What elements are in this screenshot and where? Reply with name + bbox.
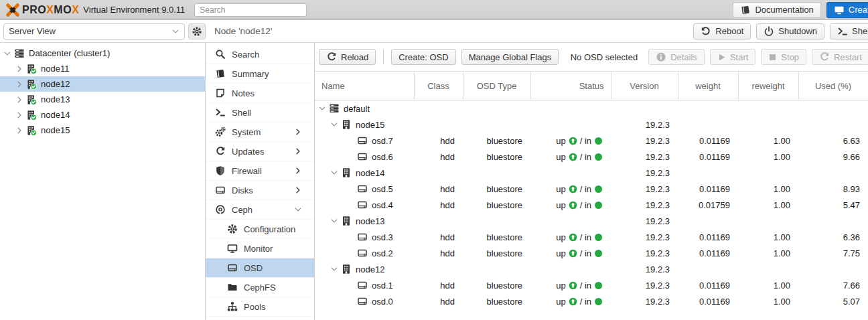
cell-status [530,213,611,229]
column-header-reweight[interactable]: reweight [738,72,798,100]
table-row-node12[interactable]: node1219.2.3 [315,261,868,277]
nav-item-ceph[interactable]: Ceph [206,200,314,220]
nav-item-shell[interactable]: Shell [206,103,314,123]
documentation-button[interactable]: Documentation [733,2,820,18]
table-row-osd-3[interactable]: osd.3hddbluestoreup/ in19.2.30.011691.00… [315,229,868,245]
global-search-input[interactable] [194,3,307,17]
nav-item-disks[interactable]: Disks [206,181,314,200]
cell-class: hdd [414,197,463,213]
tree-item-node14[interactable]: node14 [0,107,205,123]
cell-used [798,261,868,277]
table-row-node15[interactable]: node1519.2.3 [315,116,868,133]
column-header-class[interactable]: Class [414,72,463,100]
nav-item-summary[interactable]: Summary [206,64,314,84]
nav-item-cephfs[interactable]: CephFS [206,278,314,297]
cell-name: osd.0 [315,293,414,309]
reload-button[interactable]: Reload [319,49,376,65]
refresh-icon [326,52,337,62]
stop-button[interactable]: Stop [761,49,806,65]
expander-chevron-right-icon[interactable] [15,65,24,73]
restart-button[interactable]: Restart [812,49,868,65]
tree-item-node11[interactable]: node11 [0,61,205,76]
cell-reweight: 1.00 [738,245,798,261]
tree-item-datacenter[interactable]: Datacenter (cluster1) [0,46,205,61]
disk-icon [357,135,368,146]
shutdown-button[interactable]: Shutdown [756,23,824,39]
cell-used: 7.75 [798,245,868,261]
table-row-osd-5[interactable]: osd.5hddbluestoreup/ in19.2.30.011691.00… [315,181,868,197]
cell-weight: 0.01169 [678,149,738,165]
column-header-status[interactable]: Status [530,72,611,100]
disk-icon [357,183,368,194]
nav-item-updates[interactable]: Updates [206,142,314,161]
expander-chevron-down-icon[interactable] [317,104,327,112]
table-row-osd-0[interactable]: osd.0hddbluestoreup/ in19.2.30.011691.00… [315,293,868,309]
cell-used: 7.66 [798,277,868,293]
status-up-icon [569,249,577,258]
nav-item-search[interactable]: Search [206,45,314,64]
tree-item-node12[interactable]: node12 [0,76,205,92]
table-row-node13[interactable]: node1319.2.3 [315,213,868,229]
tree-item-node15[interactable]: node15 [0,123,205,138]
tree-item-node13[interactable]: node13 [0,92,205,107]
cell-status: up/ in [530,181,611,197]
status-in-icon [594,201,603,210]
expander-chevron-down-icon[interactable] [3,50,12,58]
tree-item-label: node14 [41,110,70,120]
row-label: node14 [356,168,384,178]
expander-chevron-down-icon[interactable] [330,121,339,129]
cell-weight [678,100,738,117]
cell-name: osd.5 [315,181,414,197]
row-label: osd.3 [372,232,393,242]
info-icon [656,52,666,62]
status-in-icon [594,137,603,145]
column-header-weight[interactable]: weight [678,72,738,100]
view-selector[interactable]: Server View [3,23,185,39]
column-header-osd_type[interactable]: OSD Type [463,72,530,100]
table-row-node14[interactable]: node1419.2.3 [315,165,868,181]
expander-chevron-right-icon[interactable] [15,80,24,88]
nav-item-system[interactable]: System [206,123,314,142]
nav-item-firewall[interactable]: Firewall [206,161,314,181]
create-vm-button[interactable]: Create VM [826,2,868,18]
building-icon [341,119,352,130]
shell-button[interactable]: Shell [830,23,868,39]
table-row-osd-2[interactable]: osd.2hddbluestoreup/ in19.2.30.011691.00… [315,245,868,261]
chevron-right-icon [294,128,302,136]
table-row-osd-6[interactable]: osd.6hddbluestoreup/ in19.2.30.011691.00… [315,149,868,165]
column-header-name[interactable]: Name [315,72,414,100]
table-row-osd-1[interactable]: osd.1hddbluestoreup/ in19.2.30.011691.00… [315,277,868,293]
expander-chevron-down-icon[interactable] [330,169,339,177]
details-button[interactable]: Details [648,49,705,65]
table-row-default[interactable]: default [315,100,868,117]
start-button[interactable]: Start [710,49,755,65]
reboot-button[interactable]: Reboot [693,23,751,39]
nav-item-osd[interactable]: OSD [206,258,314,278]
rack-icon [14,48,25,59]
table-row-osd-7[interactable]: osd.7hddbluestoreup/ in19.2.30.011691.00… [315,133,868,149]
row-label: osd.0 [372,297,393,307]
nav-item-monitor[interactable]: Monitor [206,239,314,258]
column-header-used[interactable]: Used (%) [798,72,868,100]
status-in-icon [594,153,603,161]
nav-item-pools[interactable]: Pools [206,297,314,317]
nav-item-configuration[interactable]: Configuration [206,220,314,239]
column-header-version[interactable]: Version [611,72,678,100]
expander-chevron-right-icon[interactable] [15,111,24,119]
chevron-right-icon [294,147,302,155]
nav-item-notes[interactable]: Notes [206,84,314,103]
expander-chevron-down-icon[interactable] [330,265,339,273]
expander-chevron-down-icon[interactable] [330,217,339,225]
table-row-osd-4[interactable]: osd.4hddbluestoreup/ in19.2.30.017591.00… [315,197,868,213]
create-osd-button[interactable]: Create: OSD [391,49,455,65]
status-badge: up/ in [556,297,603,307]
manage-global-flags-button[interactable]: Manage Global Flags [461,49,559,65]
tree-item-label: node13 [41,94,70,104]
tree-settings-button[interactable] [188,23,206,39]
expander-chevron-right-icon[interactable] [15,96,24,104]
cell-reweight: 1.00 [738,293,798,309]
cell-weight: 0.01759 [678,197,738,213]
cell-osd_type [463,100,530,117]
building-icon [341,167,352,178]
expander-chevron-right-icon[interactable] [15,127,24,135]
